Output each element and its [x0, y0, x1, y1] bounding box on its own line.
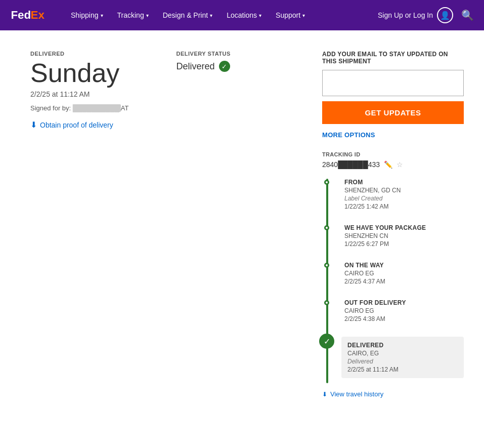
- event-time: 2/2/25 4:37 AM: [344, 278, 464, 285]
- search-icon[interactable]: 🔍: [461, 9, 474, 21]
- timeline-dot: [324, 225, 329, 230]
- nav-item-support[interactable]: Support ▾: [270, 7, 311, 23]
- chevron-down-icon: ▾: [302, 13, 305, 18]
- event-sublabel: Label Created: [344, 195, 464, 202]
- right-panel: ADD YOUR EMAIL TO STAY UPDATED ON THIS S…: [322, 51, 464, 398]
- nav-item-shipping[interactable]: Shipping ▾: [65, 7, 109, 23]
- event-location: CAIRO EG: [344, 270, 464, 277]
- timeline-event-1: WE HAVE YOUR PACKAGE SHENZHEN CN 1/22/25…: [332, 224, 464, 262]
- star-icon[interactable]: ☆: [397, 160, 403, 169]
- delivered-status-label: DELIVERED: [30, 51, 146, 57]
- center-panel: DELIVERY STATUS Delivered ✓: [177, 51, 292, 398]
- timeline-line: [326, 179, 328, 383]
- nav-item-tracking[interactable]: Tracking ▾: [111, 7, 155, 23]
- left-panel: DELIVERED Sunday 2/2/25 at 11:12 AM Sign…: [30, 51, 146, 398]
- svg-text:Fed: Fed: [11, 9, 31, 21]
- event-sublabel: Delivered: [347, 358, 458, 365]
- arrow-down-icon: ⬇: [322, 391, 327, 398]
- event-location: CAIRO EG: [344, 307, 464, 314]
- main-content: DELIVERED Sunday 2/2/25 at 11:12 AM Sign…: [0, 30, 484, 418]
- tracking-id-label: TRACKING ID: [322, 151, 464, 157]
- chevron-down-icon: ▾: [101, 13, 103, 18]
- delivery-status-row: Delivered ✓: [177, 61, 292, 72]
- timeline-event-4: ✓ DELIVERED CAIRO, EG Delivered 2/2/25 a…: [332, 337, 464, 383]
- event-time: 2/2/25 4:38 AM: [344, 315, 464, 322]
- event-title: DELIVERED: [347, 342, 458, 349]
- timeline-dot: [324, 300, 329, 305]
- delivered-wrapper: DELIVERED CAIRO, EG Delivered 2/2/25 at …: [341, 337, 464, 378]
- nav-item-locations[interactable]: Locations ▾: [221, 7, 268, 23]
- tracking-id-value: 2840██████433: [322, 160, 380, 169]
- delivery-datetime: 2/2/25 at 11:12 AM: [30, 90, 146, 98]
- edit-icon[interactable]: ✏️: [384, 160, 392, 169]
- event-time: 1/22/25 6:27 PM: [344, 240, 464, 248]
- signed-for: Signed for by: ██████████ AT: [30, 104, 146, 112]
- download-icon: ⬇: [30, 120, 37, 130]
- proof-of-delivery-link[interactable]: ⬇ Obtain proof of delivery: [30, 120, 146, 130]
- event-title: OUT FOR DELIVERY: [344, 299, 464, 306]
- user-avatar-icon: 👤: [437, 7, 453, 23]
- signin-button[interactable]: Sign Up or Log In 👤: [378, 7, 453, 23]
- chevron-down-icon: ▾: [210, 13, 212, 18]
- email-section-title: ADD YOUR EMAIL TO STAY UPDATED ON THIS S…: [322, 51, 464, 65]
- timeline-dot: [324, 263, 329, 268]
- svg-text:Ex: Ex: [31, 9, 45, 21]
- nav-item-design-print[interactable]: Design & Print ▾: [157, 7, 218, 23]
- email-input[interactable]: [322, 70, 464, 96]
- more-options-link[interactable]: MORE OPTIONS: [322, 131, 375, 139]
- tracking-timeline: FROM SHENZHEN, GD CN Label Created 1/22/…: [322, 179, 464, 383]
- event-location: SHENZHEN CN: [344, 232, 464, 239]
- chevron-down-icon: ▾: [259, 13, 261, 18]
- delivered-checkmark-icon: ✓: [319, 334, 334, 349]
- tracking-id-row: 2840██████433 ✏️ ☆: [322, 160, 464, 169]
- view-travel-history-link[interactable]: ⬇ View travel history: [322, 390, 464, 398]
- get-updates-button[interactable]: GET UPDATES: [322, 101, 464, 124]
- timeline-event-3: OUT FOR DELIVERY CAIRO EG 2/2/25 4:38 AM: [332, 299, 464, 337]
- timeline-event-0: FROM SHENZHEN, GD CN Label Created 1/22/…: [332, 179, 464, 224]
- event-time: 2/2/25 at 11:12 AM: [347, 366, 458, 373]
- event-location: SHENZHEN, GD CN: [344, 187, 464, 194]
- nav-right-section: Sign Up or Log In 👤 🔍: [378, 7, 474, 23]
- event-time: 1/22/25 1:42 AM: [344, 203, 464, 210]
- event-title: ON THE WAY: [344, 262, 464, 269]
- delivery-day: Sunday: [30, 60, 146, 86]
- event-title: FROM: [344, 179, 464, 186]
- event-location: CAIRO, EG: [347, 350, 458, 357]
- timeline-dot: [324, 180, 329, 185]
- timeline-event-2: ON THE WAY CAIRO EG 2/2/25 4:37 AM: [332, 262, 464, 299]
- chevron-down-icon: ▾: [146, 13, 149, 18]
- event-title: WE HAVE YOUR PACKAGE: [344, 224, 464, 231]
- fedex-logo[interactable]: Fed Ex: [10, 8, 53, 22]
- delivered-text: Delivered: [177, 61, 215, 72]
- signed-for-name: ██████████: [73, 104, 121, 112]
- nav-menu: Shipping ▾ Tracking ▾ Design & Print ▾ L…: [65, 7, 378, 23]
- checkmark-icon: ✓: [219, 61, 230, 72]
- navbar: Fed Ex Shipping ▾ Tracking ▾ Design & Pr…: [0, 0, 484, 30]
- delivery-status-section-label: DELIVERY STATUS: [177, 51, 292, 57]
